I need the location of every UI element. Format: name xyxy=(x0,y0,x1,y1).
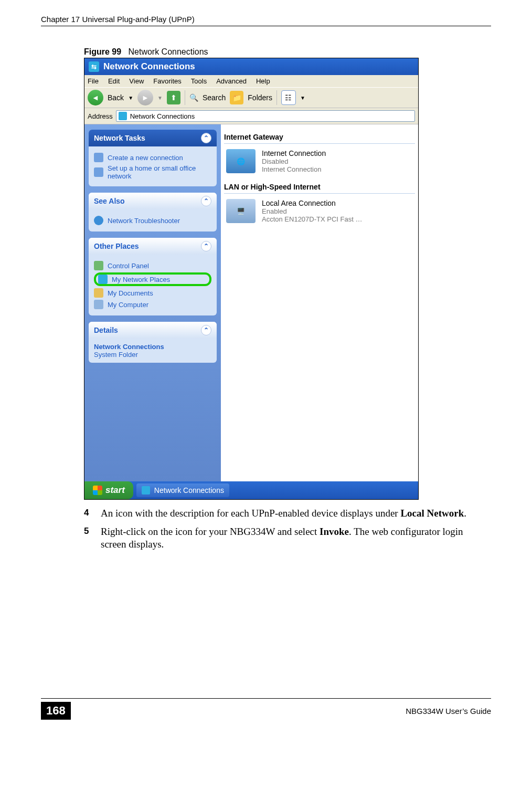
task-label: Create a new connection xyxy=(108,154,183,162)
back-dropdown-icon[interactable]: ▼ xyxy=(128,95,133,101)
menu-view[interactable]: View xyxy=(129,77,144,85)
panel-other-places: Other Places ⌃ Control Panel My Network … xyxy=(89,238,217,315)
network-icon: ⇆ xyxy=(89,61,99,72)
network-icon xyxy=(142,486,150,494)
main-content: Internet Gateway 🌐 Internet Connection D… xyxy=(221,124,418,481)
search-label[interactable]: Search xyxy=(203,93,226,102)
toolbar-separator xyxy=(185,90,185,105)
step-bold: Local Network xyxy=(400,508,464,519)
side-panel: Network Tasks ⌃ Create a new connection … xyxy=(84,124,221,481)
views-button[interactable]: ☷ xyxy=(281,90,296,105)
panel-details: Details ⌃ Network Connections System Fol… xyxy=(89,322,217,363)
panel-see-also: See Also ⌃ Network Troubleshooter xyxy=(89,193,217,231)
place-label: Control Panel xyxy=(108,262,149,270)
search-icon[interactable]: 🔍 xyxy=(189,93,198,102)
step-bold: Invoke xyxy=(320,526,349,537)
collapse-icon[interactable]: ⌃ xyxy=(201,196,211,206)
taskbar-item-label: Network Connections xyxy=(154,486,224,494)
start-label: start xyxy=(105,485,125,496)
figure-caption: Figure 99 Network Connections xyxy=(84,47,491,57)
details-name: Network Connections xyxy=(94,343,211,351)
step-text: An icon with the description for each UP… xyxy=(101,507,466,520)
chapter-header: Chapter 17 Universal Plug-and-Play (UPnP… xyxy=(41,15,491,26)
other-my-network-places[interactable]: My Network Places xyxy=(94,272,211,286)
forward-dropdown-icon[interactable]: ▼ xyxy=(157,95,163,101)
seealso-label: Network Troubleshooter xyxy=(108,217,180,225)
lan-icon: 🖥️ xyxy=(226,199,256,223)
panel-header-other-places[interactable]: Other Places ⌃ xyxy=(89,238,217,255)
address-bar: Address Network Connections xyxy=(84,108,418,124)
menu-tools[interactable]: Tools xyxy=(191,77,207,85)
views-dropdown-icon[interactable]: ▼ xyxy=(300,95,305,101)
window-titlebar[interactable]: ⇆ Network Connections xyxy=(84,58,418,75)
address-input[interactable]: Network Connections xyxy=(116,110,415,122)
toolbar-separator-2 xyxy=(276,90,277,105)
panel-title: Other Places xyxy=(94,242,139,250)
menu-help[interactable]: Help xyxy=(256,77,270,85)
page-footer: 168 NBG334W User’s Guide xyxy=(41,698,491,720)
documents-icon xyxy=(94,288,103,298)
page-number: 168 xyxy=(41,702,71,720)
seealso-troubleshooter[interactable]: Network Troubleshooter xyxy=(94,216,211,225)
back-label[interactable]: Back xyxy=(108,93,124,102)
menu-favorites[interactable]: Favorites xyxy=(153,77,181,85)
collapse-icon[interactable]: ⌃ xyxy=(201,241,211,251)
back-button[interactable]: ◄ xyxy=(88,90,103,106)
step-number: 5 xyxy=(84,525,92,551)
panel-header-network-tasks[interactable]: Network Tasks ⌃ xyxy=(89,130,217,146)
step-number: 4 xyxy=(84,507,92,520)
folders-button[interactable]: 📁 xyxy=(230,91,243,104)
taskbar-item-network-connections[interactable]: Network Connections xyxy=(136,483,229,497)
step-text-part: Right-click on the icon for your NBG334W… xyxy=(101,526,320,537)
step-text: Right-click on the icon for your NBG334W… xyxy=(101,525,488,551)
panel-title: Details xyxy=(94,326,118,334)
collapse-icon[interactable]: ⌃ xyxy=(201,133,211,143)
other-my-documents[interactable]: My Documents xyxy=(94,288,211,298)
item-lan-connection[interactable]: 🖥️ Local Area Connection Enabled Accton … xyxy=(224,194,415,228)
menu-bar: File Edit View Favorites Tools Advanced … xyxy=(84,75,418,87)
up-button[interactable]: ⬆ xyxy=(167,91,180,104)
task-create-connection[interactable]: Create a new connection xyxy=(94,153,211,162)
conn-status: Enabled xyxy=(262,207,362,215)
group-lan: LAN or High-Speed Internet xyxy=(224,181,415,194)
guide-title: NBG334W User’s Guide xyxy=(406,707,491,715)
conn-name: Internet Connection xyxy=(262,149,326,157)
task-setup-network[interactable]: Set up a home or small office network xyxy=(94,164,211,180)
step-text-part: An icon with the description for each UP… xyxy=(101,508,400,519)
conn-via: Internet Connection xyxy=(262,165,326,173)
toolbar: ◄ Back ▼ ► ▼ ⬆ 🔍 Search 📁 Folders ☷ ▼ xyxy=(84,87,418,108)
conn-via: Accton EN1207D-TX PCI Fast … xyxy=(262,215,362,223)
network-places-icon xyxy=(98,275,108,284)
place-label: My Network Places xyxy=(112,276,170,283)
collapse-icon[interactable]: ⌃ xyxy=(201,325,211,335)
other-control-panel[interactable]: Control Panel xyxy=(94,261,211,270)
place-label: My Documents xyxy=(108,289,153,297)
forward-button[interactable]: ► xyxy=(137,90,153,106)
other-my-computer[interactable]: My Computer xyxy=(94,300,211,309)
figure-number: Figure 99 xyxy=(84,47,121,56)
panel-network-tasks: Network Tasks ⌃ Create a new connection … xyxy=(89,130,217,186)
instruction-steps: 4 An icon with the description for each … xyxy=(84,507,488,551)
network-icon xyxy=(119,112,127,120)
details-type: System Folder xyxy=(94,351,211,359)
step-5: 5 Right-click on the icon for your NBG33… xyxy=(84,525,488,551)
screenshot: ⇆ Network Connections File Edit View Fav… xyxy=(84,58,419,500)
address-label: Address xyxy=(88,112,113,120)
item-internet-connection[interactable]: 🌐 Internet Connection Disabled Internet … xyxy=(224,144,415,178)
globe-monitor-icon: 🌐 xyxy=(226,149,256,173)
menu-advanced[interactable]: Advanced xyxy=(216,77,247,85)
start-button[interactable]: start xyxy=(84,481,133,499)
info-icon xyxy=(94,216,103,225)
menu-file[interactable]: File xyxy=(88,77,99,85)
control-panel-icon xyxy=(94,261,103,270)
panel-title: See Also xyxy=(94,197,125,205)
folders-label[interactable]: Folders xyxy=(248,93,272,102)
computer-icon xyxy=(94,300,103,309)
windows-logo-icon xyxy=(93,486,102,495)
taskbar: start Network Connections xyxy=(84,481,418,499)
panel-header-details[interactable]: Details ⌃ xyxy=(89,322,217,339)
conn-status: Disabled xyxy=(262,157,326,165)
menu-edit[interactable]: Edit xyxy=(108,77,120,85)
place-label: My Computer xyxy=(108,301,148,309)
panel-header-see-also[interactable]: See Also ⌃ xyxy=(89,193,217,209)
